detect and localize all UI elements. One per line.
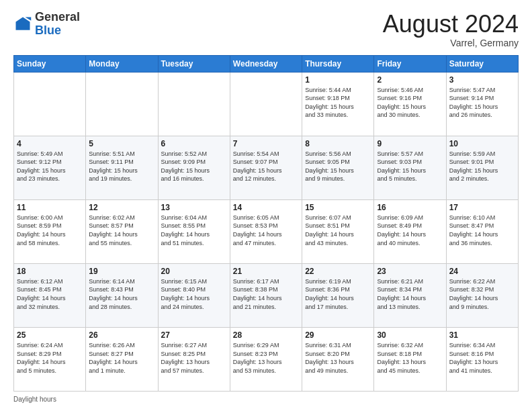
day-number: 14 (233, 203, 299, 212)
title-area: August 2024 Varrel, Germany (383, 11, 519, 48)
day-number: 18 (17, 267, 83, 276)
day-info: Sunrise: 6:27 AM Sunset: 8:25 PM Dayligh… (161, 341, 227, 375)
logo-icon (13, 15, 32, 34)
calendar-cell: 31Sunrise: 6:34 AM Sunset: 8:16 PM Dayli… (446, 327, 518, 391)
day-number: 2 (377, 75, 443, 85)
day-number: 29 (305, 330, 371, 340)
logo-text: General Blue (35, 11, 80, 38)
day-header-friday: Friday (374, 55, 446, 72)
calendar-cell: 1Sunrise: 5:44 AM Sunset: 9:18 PM Daylig… (302, 72, 374, 136)
day-info: Sunrise: 5:54 AM Sunset: 9:07 PM Dayligh… (233, 150, 299, 183)
calendar-cell: 30Sunrise: 6:32 AM Sunset: 8:18 PM Dayli… (374, 327, 446, 391)
calendar-cell: 15Sunrise: 6:07 AM Sunset: 8:51 PM Dayli… (302, 199, 374, 263)
day-info: Sunrise: 6:10 AM Sunset: 8:47 PM Dayligh… (449, 214, 515, 247)
day-number: 31 (449, 330, 515, 340)
day-info: Sunrise: 6:34 AM Sunset: 8:16 PM Dayligh… (449, 341, 515, 375)
day-number: 7 (233, 139, 299, 148)
calendar-cell: 17Sunrise: 6:10 AM Sunset: 8:47 PM Dayli… (446, 199, 518, 263)
day-number: 13 (161, 203, 227, 212)
day-info: Sunrise: 6:07 AM Sunset: 8:51 PM Dayligh… (305, 214, 371, 247)
calendar-cell: 25Sunrise: 6:24 AM Sunset: 8:29 PM Dayli… (14, 327, 86, 391)
logo-blue: Blue (35, 24, 61, 37)
calendar-cell: 12Sunrise: 6:02 AM Sunset: 8:57 PM Dayli… (86, 199, 158, 263)
day-info: Sunrise: 5:46 AM Sunset: 9:16 PM Dayligh… (377, 86, 443, 120)
day-info: Sunrise: 5:52 AM Sunset: 9:09 PM Dayligh… (161, 150, 227, 183)
day-number: 24 (449, 267, 515, 276)
calendar-cell: 29Sunrise: 6:31 AM Sunset: 8:20 PM Dayli… (302, 327, 374, 391)
day-info: Sunrise: 6:19 AM Sunset: 8:36 PM Dayligh… (305, 277, 371, 311)
calendar-cell: 13Sunrise: 6:04 AM Sunset: 8:55 PM Dayli… (158, 199, 230, 263)
calendar-cell (230, 72, 302, 136)
day-number: 3 (449, 75, 515, 85)
day-number: 12 (89, 203, 154, 212)
day-header-sunday: Sunday (14, 55, 86, 72)
day-number: 23 (377, 267, 443, 276)
day-info: Sunrise: 5:44 AM Sunset: 9:18 PM Dayligh… (305, 86, 371, 120)
daylight-label: Daylight hours (13, 396, 56, 403)
day-header-thursday: Thursday (302, 55, 374, 72)
day-number: 8 (305, 139, 371, 148)
day-number: 30 (377, 330, 443, 340)
page: General Blue August 2024 Varrel, Germany… (0, 0, 532, 411)
calendar-cell: 10Sunrise: 5:59 AM Sunset: 9:01 PM Dayli… (446, 136, 518, 199)
day-number: 28 (233, 330, 299, 340)
subtitle: Varrel, Germany (383, 38, 519, 48)
calendar-cell: 5Sunrise: 5:51 AM Sunset: 9:11 PM Daylig… (86, 136, 158, 199)
day-info: Sunrise: 6:29 AM Sunset: 8:23 PM Dayligh… (233, 341, 299, 375)
day-number: 15 (305, 203, 371, 212)
day-info: Sunrise: 6:32 AM Sunset: 8:18 PM Dayligh… (377, 341, 443, 375)
day-info: Sunrise: 6:21 AM Sunset: 8:34 PM Dayligh… (377, 277, 443, 311)
calendar-cell (158, 72, 230, 136)
day-number: 27 (161, 330, 227, 340)
day-number: 1 (305, 75, 371, 85)
day-number: 11 (17, 203, 83, 212)
day-info: Sunrise: 6:12 AM Sunset: 8:45 PM Dayligh… (17, 277, 83, 311)
day-header-tuesday: Tuesday (158, 55, 230, 72)
calendar-cell (86, 72, 158, 136)
calendar-cell: 18Sunrise: 6:12 AM Sunset: 8:45 PM Dayli… (14, 263, 86, 327)
day-info: Sunrise: 6:17 AM Sunset: 8:38 PM Dayligh… (233, 277, 299, 311)
day-number: 10 (449, 139, 515, 148)
day-number: 9 (377, 139, 443, 148)
day-info: Sunrise: 6:14 AM Sunset: 8:43 PM Dayligh… (89, 277, 154, 311)
day-info: Sunrise: 5:49 AM Sunset: 9:12 PM Dayligh… (17, 150, 83, 183)
calendar-cell: 24Sunrise: 6:22 AM Sunset: 8:32 PM Dayli… (446, 263, 518, 327)
calendar-cell: 27Sunrise: 6:27 AM Sunset: 8:25 PM Dayli… (158, 327, 230, 391)
calendar-table: SundayMondayTuesdayWednesdayThursdayFrid… (13, 55, 519, 392)
day-info: Sunrise: 6:31 AM Sunset: 8:20 PM Dayligh… (305, 341, 371, 375)
day-number: 4 (17, 139, 83, 148)
calendar-cell: 21Sunrise: 6:17 AM Sunset: 8:38 PM Dayli… (230, 263, 302, 327)
footer: Daylight hours (13, 396, 519, 403)
day-header-wednesday: Wednesday (230, 55, 302, 72)
day-number: 19 (89, 267, 154, 276)
day-info: Sunrise: 6:22 AM Sunset: 8:32 PM Dayligh… (449, 277, 515, 311)
calendar-cell: 23Sunrise: 6:21 AM Sunset: 8:34 PM Dayli… (374, 263, 446, 327)
day-info: Sunrise: 6:26 AM Sunset: 8:27 PM Dayligh… (89, 341, 154, 375)
calendar-cell: 11Sunrise: 6:00 AM Sunset: 8:59 PM Dayli… (14, 199, 86, 263)
day-info: Sunrise: 6:24 AM Sunset: 8:29 PM Dayligh… (17, 341, 83, 375)
month-title: August 2024 (383, 11, 519, 38)
day-number: 21 (233, 267, 299, 276)
day-header-monday: Monday (86, 55, 158, 72)
calendar-cell: 14Sunrise: 6:05 AM Sunset: 8:53 PM Dayli… (230, 199, 302, 263)
calendar-cell: 8Sunrise: 5:56 AM Sunset: 9:05 PM Daylig… (302, 136, 374, 199)
calendar-cell: 3Sunrise: 5:47 AM Sunset: 9:14 PM Daylig… (446, 72, 518, 136)
day-info: Sunrise: 6:15 AM Sunset: 8:40 PM Dayligh… (161, 277, 227, 311)
day-number: 6 (161, 139, 227, 148)
day-info: Sunrise: 6:00 AM Sunset: 8:59 PM Dayligh… (17, 214, 83, 247)
day-info: Sunrise: 5:56 AM Sunset: 9:05 PM Dayligh… (305, 150, 371, 183)
day-info: Sunrise: 5:51 AM Sunset: 9:11 PM Dayligh… (89, 150, 154, 183)
day-number: 16 (377, 203, 443, 212)
header: General Blue August 2024 Varrel, Germany (13, 11, 519, 48)
calendar-cell: 4Sunrise: 5:49 AM Sunset: 9:12 PM Daylig… (14, 136, 86, 199)
calendar-cell: 28Sunrise: 6:29 AM Sunset: 8:23 PM Dayli… (230, 327, 302, 391)
day-header-saturday: Saturday (446, 55, 518, 72)
day-number: 22 (305, 267, 371, 276)
calendar-cell: 2Sunrise: 5:46 AM Sunset: 9:16 PM Daylig… (374, 72, 446, 136)
calendar-cell (14, 72, 86, 136)
day-info: Sunrise: 6:09 AM Sunset: 8:49 PM Dayligh… (377, 214, 443, 247)
calendar-cell: 22Sunrise: 6:19 AM Sunset: 8:36 PM Dayli… (302, 263, 374, 327)
day-number: 17 (449, 203, 515, 212)
day-number: 26 (89, 330, 154, 340)
day-info: Sunrise: 5:47 AM Sunset: 9:14 PM Dayligh… (449, 86, 515, 120)
